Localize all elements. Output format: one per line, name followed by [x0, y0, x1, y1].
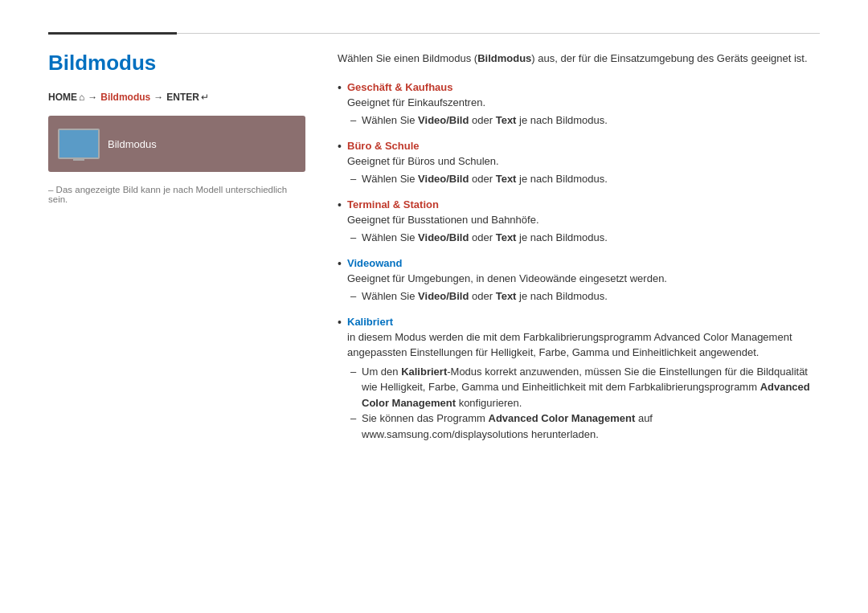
section-title-videowand: Videowand: [347, 257, 402, 269]
section-title-buero: Büro & Schule: [347, 140, 420, 152]
bold-acm-3: Advanced Color Management: [489, 412, 636, 424]
nav-home-icon: ⌂: [79, 92, 84, 103]
section-title-terminal: Terminal & Station: [347, 198, 439, 210]
nav-enter-label: ENTER: [166, 92, 199, 103]
sub-item-videowand-1: Wählen Sie Video/Bild oder Text je nach …: [347, 288, 820, 304]
sub-list-videowand: Wählen Sie Video/Bild oder Text je nach …: [347, 288, 820, 304]
nav-home-label: HOME: [48, 92, 77, 103]
section-videowand: Videowand Geeignet für Umgebungen, in de…: [338, 257, 820, 304]
section-title-geschaeft: Geschäft & Kaufhaus: [347, 81, 452, 93]
page-container: Bildmodus HOME ⌂ → Bildmodus → ENTER ↵ B…: [0, 0, 868, 485]
section-list: Geschäft & Kaufhaus Geeignet für Einkauf…: [338, 81, 820, 443]
bold-video-bild-buero: Video/Bild: [418, 173, 469, 185]
section-terminal: Terminal & Station Geeignet für Busstati…: [338, 198, 820, 246]
sub-item-kalibriert-1: Um den Kalibriert-Modus korrekt anzuwend…: [347, 364, 820, 411]
right-column: Wählen Sie einen Bildmodus (Bildmodus) a…: [338, 51, 820, 453]
bold-text: Text: [496, 114, 517, 126]
content-layout: Bildmodus HOME ⌂ → Bildmodus → ENTER ↵ B…: [48, 51, 820, 453]
sub-list-kalibriert: Um den Kalibriert-Modus korrekt anzuwend…: [347, 364, 820, 443]
sub-list-terminal: Wählen Sie Video/Bild oder Text je nach …: [347, 230, 820, 246]
section-desc-terminal: Geeignet für Busstationen und Bahnhöfe.: [347, 212, 820, 228]
sub-list-buero: Wählen Sie Video/Bild oder Text je nach …: [347, 171, 820, 187]
section-buero: Büro & Schule Geeignet für Büros und Sch…: [338, 140, 820, 187]
bold-text-terminal: Text: [496, 231, 517, 243]
bold-kalibriert-ref: Kalibriert: [401, 366, 447, 378]
section-desc-geschaeft: Geeignet für Einkaufszentren.: [347, 95, 820, 111]
section-geschaeft: Geschäft & Kaufhaus Geeignet für Einkauf…: [338, 81, 820, 129]
sub-item-geschaeft-1: Wählen Sie Video/Bild oder Text je nach …: [347, 112, 820, 129]
section-desc-kalibriert: in diesem Modus werden die mit dem Farbk…: [347, 329, 820, 361]
nav-bildmodus-link[interactable]: Bildmodus: [100, 92, 150, 103]
nav-path: HOME ⌂ → Bildmodus → ENTER ↵: [48, 92, 305, 103]
divider-left: [48, 32, 177, 35]
sub-item-buero-1: Wählen Sie Video/Bild oder Text je nach …: [347, 171, 820, 187]
left-column: Bildmodus HOME ⌂ → Bildmodus → ENTER ↵ B…: [48, 51, 305, 453]
sub-item-terminal-1: Wählen Sie Video/Bild oder Text je nach …: [347, 230, 820, 246]
bold-video-bild-terminal: Video/Bild: [418, 231, 469, 243]
nav-enter-icon: ↵: [201, 92, 209, 103]
nav-arrow-1: →: [88, 92, 97, 103]
bold-text-videowand: Text: [496, 290, 517, 302]
note-text: – Das angezeigte Bild kann je nach Model…: [48, 185, 305, 204]
section-kalibriert: Kalibriert in diesem Modus werden die mi…: [338, 316, 820, 443]
page-title: Bildmodus: [48, 51, 305, 76]
top-divider: [48, 32, 820, 35]
preview-label: Bildmodus: [108, 138, 157, 150]
section-desc-videowand: Geeignet für Umgebungen, in denen Videow…: [347, 271, 820, 287]
bold-acm-1: Advanced Color Management: [654, 331, 792, 343]
divider-right: [177, 33, 820, 34]
sub-item-kalibriert-2: Sie können das Programm Advanced Color M…: [347, 411, 820, 442]
preview-box: Bildmodus: [48, 116, 305, 172]
intro-bold: Bildmodus: [477, 52, 531, 64]
section-title-kalibriert: Kalibriert: [347, 316, 393, 328]
bold-acm-2: Advanced Color Management: [362, 381, 810, 409]
bold-text-buero: Text: [496, 173, 517, 185]
section-desc-buero: Geeignet für Büros und Schulen.: [347, 153, 820, 170]
bold-video-bild: Video/Bild: [418, 114, 469, 126]
nav-arrow-2: →: [154, 92, 163, 103]
sub-list-geschaeft: Wählen Sie Video/Bild oder Text je nach …: [347, 112, 820, 129]
intro-text: Wählen Sie einen Bildmodus (Bildmodus) a…: [338, 51, 820, 67]
preview-screen: [58, 129, 100, 159]
bold-video-bild-videowand: Video/Bild: [418, 290, 469, 302]
